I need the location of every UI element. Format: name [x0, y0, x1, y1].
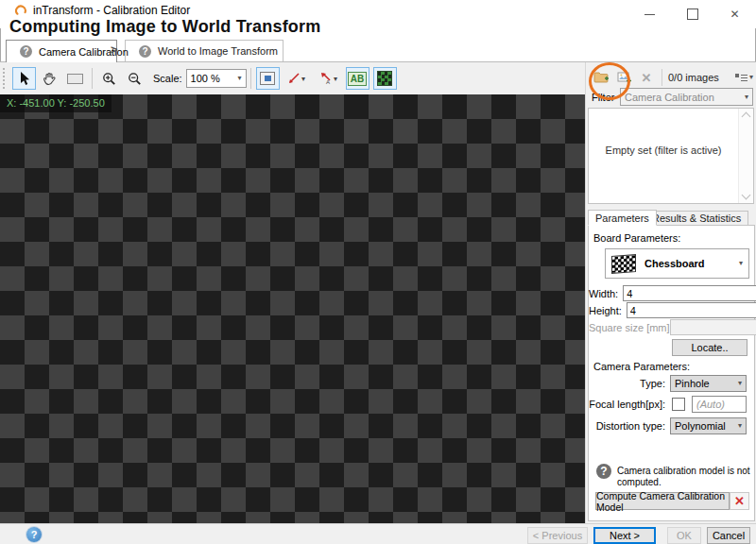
zoom-in-button[interactable]	[97, 67, 121, 90]
chessboard-flag-icon	[611, 254, 636, 274]
image-add-icon	[617, 72, 631, 84]
remove-image-button[interactable]: ✕	[635, 67, 658, 88]
folder-add-icon	[593, 71, 610, 84]
cursor-coordinates: X: -451.00 Y: -250.50	[0, 94, 112, 112]
view-mode-button[interactable]: ▾	[735, 73, 753, 83]
marquee-icon	[67, 74, 83, 84]
filter-row: Filter Camera Calibration ▾	[592, 88, 753, 106]
square-size-row: Square size [mm]:	[589, 319, 752, 335]
tab-world-to-image-transform[interactable]: ? World to Image Transform	[125, 40, 284, 61]
image-canvas[interactable]: X: -451.00 Y: -250.50	[0, 94, 585, 523]
distortion-type-combobox[interactable]: Polynomial ▾	[670, 417, 747, 434]
close-button[interactable]: ✕	[713, 0, 756, 28]
wizard-tabstrip: ? Camera Calibration > ? World to Image …	[0, 40, 756, 62]
toolbar-separator	[250, 68, 251, 89]
measure-line-tool-button[interactable]: ▾	[282, 67, 312, 90]
next-button[interactable]: Next >	[593, 527, 656, 544]
camera-type-row: Type: Pinhole ▾	[589, 375, 752, 391]
focal-length-input[interactable]	[692, 396, 747, 413]
tab-parameters[interactable]: Parameters	[588, 210, 657, 226]
distortion-type-row: Distortion type: Polynomial ▾	[589, 417, 752, 434]
main-area: Scale: 100 % ▾ ▾ A ▾ AB	[0, 62, 756, 523]
calibration-editor-window: inTransform - Calibration Editor ✕ Compu…	[0, 0, 756, 544]
maximize-icon	[687, 8, 698, 20]
chevron-down-icon: ▾	[738, 422, 742, 430]
filter-combobox[interactable]: Camera Calibration ▾	[620, 88, 753, 106]
scale-value: 100 %	[191, 73, 220, 84]
footer-bar: ? < Previous Next > OK Cancel	[0, 523, 756, 544]
tab-label: Results & Statistics	[652, 212, 741, 224]
ab-overlay-toggle-button[interactable]: AB	[346, 67, 369, 90]
zoom-out-button[interactable]	[123, 67, 146, 90]
help-icon: ?	[20, 45, 32, 58]
next-label: Next >	[610, 530, 640, 541]
tab-camera-calibration[interactable]: ? Camera Calibration	[6, 40, 117, 62]
delete-icon: ✕	[642, 71, 652, 85]
chessboard-icon	[377, 71, 392, 86]
calibration-status-message: Camera calibration model is not computed…	[617, 464, 752, 488]
height-row: Height:	[589, 302, 752, 318]
minimize-icon	[644, 14, 655, 15]
width-stepper[interactable]	[623, 285, 756, 301]
canvas-toolbar: Scale: 100 % ▾ ▾ A ▾ AB	[0, 64, 584, 93]
cancel-label: Cancel	[713, 530, 745, 541]
help-icon: ?	[139, 45, 151, 58]
cursor-arrow-icon	[17, 71, 31, 86]
page-title: Computing Image to World Transform	[9, 17, 320, 37]
compute-calibration-button[interactable]: Compute Camera Calibration Model	[595, 492, 730, 510]
width-input[interactable]	[624, 286, 756, 300]
locate-button[interactable]: Locate..	[672, 339, 747, 356]
scale-combobox[interactable]: 100 % ▾	[186, 69, 247, 88]
height-input[interactable]	[627, 303, 756, 317]
right-panel: ✕ 0/0 images ▾ Filter Camera Calibration…	[585, 62, 756, 523]
square-size-input	[671, 320, 756, 334]
ok-button: OK	[667, 527, 701, 544]
add-images-button[interactable]	[612, 67, 635, 88]
window-controls: ✕	[628, 0, 756, 28]
annotation-tool-button[interactable]: A ▾	[314, 67, 344, 90]
toolbar-separator	[662, 69, 662, 86]
calibration-status-row: ? Camera calibration model is not comput…	[596, 464, 752, 488]
clear-calibration-button[interactable]: ✕	[730, 492, 749, 510]
fit-image-button[interactable]	[256, 67, 280, 90]
fit-image-icon	[260, 72, 275, 85]
select-tool-button[interactable]	[12, 67, 36, 90]
minimize-button[interactable]	[628, 0, 671, 28]
camera-type-combobox[interactable]: Pinhole ▾	[670, 375, 747, 392]
focal-length-checkbox[interactable]	[672, 398, 685, 411]
image-list[interactable]: Empty set (filter is active)	[588, 108, 754, 204]
pan-tool-button[interactable]	[38, 67, 61, 90]
help-icon: ?	[596, 464, 611, 479]
parameter-tabstrip: Parameters Results & Statistics	[588, 210, 755, 226]
ab-icon: AB	[348, 72, 367, 86]
chevron-down-icon: ▾	[749, 74, 753, 81]
width-row: Width:	[589, 285, 752, 301]
add-folder-button[interactable]	[590, 67, 612, 88]
board-type-combobox[interactable]: Chessboard ▾	[605, 248, 749, 279]
maximize-button[interactable]	[671, 0, 713, 28]
help-button[interactable]: ?	[26, 527, 42, 542]
camera-parameters-label: Camera Parameters:	[593, 361, 690, 372]
chevron-down-icon: ▾	[738, 380, 742, 387]
tab-results-statistics[interactable]: Results & Statistics	[644, 211, 748, 226]
toolbar-grip[interactable]	[3, 68, 8, 89]
camera-type-label: Type:	[589, 378, 670, 389]
chevron-right-icon: >	[111, 42, 118, 57]
zoom-in-icon	[102, 72, 116, 86]
chevron-down-icon: ▾	[739, 260, 743, 267]
width-label: Width:	[589, 288, 623, 299]
board-parameters-label: Board Parameters:	[593, 232, 680, 244]
close-icon: ✕	[730, 8, 739, 21]
rectangle-select-tool-button[interactable]	[63, 67, 87, 90]
scale-label: Scale:	[153, 73, 182, 84]
compute-label: Compute Camera Calibration Model	[596, 490, 729, 513]
cancel-button[interactable]: Cancel	[707, 527, 750, 544]
image-list-scrollbar[interactable]	[738, 109, 753, 203]
filter-label: Filter	[592, 92, 616, 103]
svg-text:A: A	[326, 79, 330, 85]
chessboard-overlay-toggle-button[interactable]	[373, 67, 397, 90]
height-stepper[interactable]	[627, 302, 756, 318]
red-arrow-icon: A	[319, 72, 333, 85]
chevron-down-icon: ▾	[334, 75, 337, 83]
chevron-down-icon: ▾	[238, 75, 242, 82]
